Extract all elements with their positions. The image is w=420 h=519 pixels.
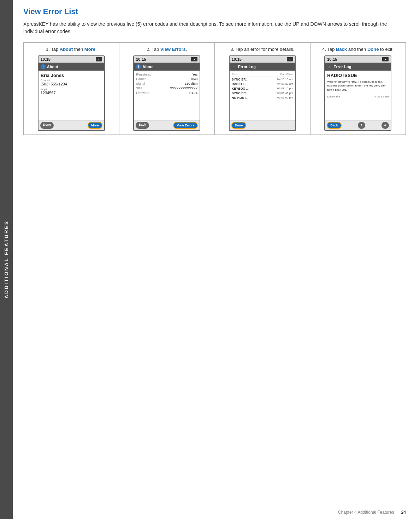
- phone-3-titlebar: ⚠ Error Log: [230, 63, 295, 71]
- step-1-then: then: [73, 47, 84, 52]
- step-4-prefix: 4. Tap: [322, 47, 336, 52]
- step-4-mid: and then: [347, 47, 367, 52]
- footer-chapter: Chapter 4 Additional Features: [338, 510, 394, 515]
- phone-1-time: 10:15: [41, 57, 51, 61]
- phone-4-signal: ▪: [382, 57, 389, 61]
- phone-3-header: 10:15 ▪: [230, 56, 295, 63]
- down-button-4[interactable]: ▾: [358, 122, 365, 129]
- error-code-4: SYNC ER...: [232, 91, 249, 95]
- field-value-sim: XXXXXXXXXXXXX: [170, 86, 197, 90]
- page-footer: Chapter 4 Additional Features 24: [338, 510, 406, 515]
- error-time-3: 7/3 08:15 pm: [277, 87, 293, 90]
- field-carrier: Carrier 1040: [136, 77, 197, 81]
- step-4: 4. Tap Back and then Done to exit. 10:15…: [310, 43, 406, 135]
- phone-4-footer: Back ▾ ▴: [325, 120, 391, 130]
- field-label-signal: Signal: [136, 82, 155, 85]
- key-label: Key#: [41, 88, 102, 91]
- warning-icon-4: ⚠: [327, 64, 332, 69]
- field-label-fw: Firmware: [136, 91, 155, 95]
- step-1-about: About: [60, 47, 73, 52]
- phone-4-titlebar: ⚠ Error Log: [325, 63, 391, 71]
- field-value-signal: -110 dBm: [184, 82, 197, 85]
- done-button-3[interactable]: Done: [231, 122, 247, 129]
- phone-1-screentitle: About: [47, 65, 58, 69]
- phone-3-body: Error Date/Time SYNC ER... 7/4 10:15 am …: [230, 71, 295, 120]
- field-sim: SIM XXXXXXXXXXXXX: [136, 86, 197, 90]
- sidebar-label: ADDITIONAL FEATURES: [4, 220, 9, 298]
- field-label-reg: Registered: [136, 73, 155, 76]
- back-button-2[interactable]: Back: [136, 122, 149, 129]
- back-button-4[interactable]: Back: [327, 122, 342, 129]
- phone-4-body: RADIO ISSUE Wait for the key to retry. I…: [325, 71, 391, 120]
- phone-3-screentitle: Error Log: [238, 65, 256, 69]
- done-button-1[interactable]: Done: [40, 122, 54, 129]
- detail-footer-label: Date/Time: [327, 95, 340, 98]
- phone-1-body: Bria Jones Contact (503) 555-1234 Key# 1…: [39, 71, 104, 120]
- field-label-carrier: Carrier: [136, 77, 155, 81]
- step-4-suffix: to exit.: [379, 47, 394, 52]
- phone-3-signal: ▪: [287, 57, 293, 61]
- step-4-phone: 10:15 ▪ ⚠ Error Log RADIO ISSUE Wait for…: [324, 55, 391, 131]
- error-row-4: SYNC ER... 7/3 05:45 pm: [232, 91, 293, 95]
- field-label-sim: SIM: [136, 86, 155, 90]
- more-button[interactable]: More: [88, 122, 102, 129]
- step-4-label: 4. Tap Back and then Done to exit.: [322, 46, 394, 53]
- main-content: View Error List XpressKEY has the abilit…: [13, 0, 420, 519]
- view-errors-button[interactable]: View Errors: [173, 122, 198, 129]
- error-code-3: KEYBOX ...: [232, 87, 249, 90]
- step-1-period: .: [95, 47, 97, 52]
- footer-page: 24: [401, 510, 406, 515]
- error-col2: Date/Time: [280, 73, 293, 76]
- warning-icon-3: ⚠: [232, 64, 237, 69]
- error-code-2: RADIO I...: [232, 82, 247, 86]
- step-2-label: 2. Tap View Errors.: [147, 46, 187, 53]
- step-2-viewerrors: View Errors: [160, 47, 186, 52]
- field-value-fw: 3.11.4: [189, 91, 197, 95]
- error-col1: Error: [232, 73, 238, 76]
- page-description: XpressKEY has the ability to view the pr…: [23, 20, 406, 35]
- phone-3-footer: Done: [230, 120, 295, 130]
- error-code-5: NO ROST...: [232, 96, 249, 100]
- phone-4-time: 10:15: [327, 57, 337, 61]
- step-1-label: 1. Tap About then More.: [46, 46, 97, 53]
- phone-2-footer: Back View Errors: [134, 120, 200, 130]
- error-header: Error Date/Time: [232, 73, 293, 77]
- phone-3-time: 10:15: [232, 57, 242, 61]
- step-3-text: 3. Tap an error for more details.: [230, 47, 294, 52]
- step-1-prefix: 1. Tap: [46, 47, 60, 52]
- phone-2-titlebar: i About: [134, 63, 200, 71]
- phone-1-titlebar: i About: [39, 63, 104, 71]
- error-detail-desc: Wait for the key to retry. If it continu…: [327, 80, 389, 92]
- contact-label: Contact: [41, 79, 102, 82]
- error-row-5: NO ROST... 7/3 03:00 pm: [232, 96, 293, 100]
- info-icon: i: [41, 64, 46, 69]
- step-3-label: 3. Tap an error for more details.: [230, 46, 294, 53]
- error-time-2: 7/4 08:30 am: [277, 82, 293, 86]
- steps-container: 1. Tap About then More. 10:15 ▪ i About …: [23, 42, 406, 135]
- error-row-3: KEYBOX ... 7/3 08:15 pm: [232, 87, 293, 90]
- phone-4-header: 10:15 ▪: [325, 56, 391, 63]
- field-value-reg: Yes: [193, 73, 198, 76]
- step-2-period: .: [186, 47, 187, 52]
- phone-1-signal: ▪: [96, 57, 102, 61]
- step-1-more: More: [84, 47, 95, 52]
- sidebar: ADDITIONAL FEATURES: [0, 0, 13, 519]
- page-title: View Error List: [23, 7, 406, 16]
- error-detail-title: RADIO ISSUE: [327, 73, 389, 78]
- contact-value: (503) 555-1234: [41, 82, 102, 86]
- error-time-1: 7/4 10:15 am: [277, 78, 293, 81]
- error-detail-footer: Date/Time 7/4 10:15 am: [327, 94, 389, 98]
- phone-2-body: Registered Yes Carrier 1040 Signal -110 …: [134, 71, 200, 120]
- key-value: 1234567: [41, 91, 102, 95]
- detail-footer-value: 7/4 10:15 am: [372, 95, 389, 98]
- step-2-phone: 10:15 ▪ i About Registered Yes Carrier 1…: [133, 55, 200, 131]
- phone-4-screentitle: Error Log: [333, 65, 351, 69]
- step-2: 2. Tap View Errors. 10:15 ▪ i About Regi…: [119, 43, 215, 135]
- error-time-4: 7/3 05:45 pm: [277, 91, 293, 95]
- up-button-4[interactable]: ▴: [381, 122, 389, 129]
- phone-2-signal: ▪: [191, 57, 197, 61]
- field-signal: Signal -110 dBm: [136, 82, 197, 85]
- about-name: Bria Jones: [41, 73, 102, 78]
- step-3: 3. Tap an error for more details. 10:15 …: [215, 43, 310, 135]
- field-registered: Registered Yes: [136, 73, 197, 76]
